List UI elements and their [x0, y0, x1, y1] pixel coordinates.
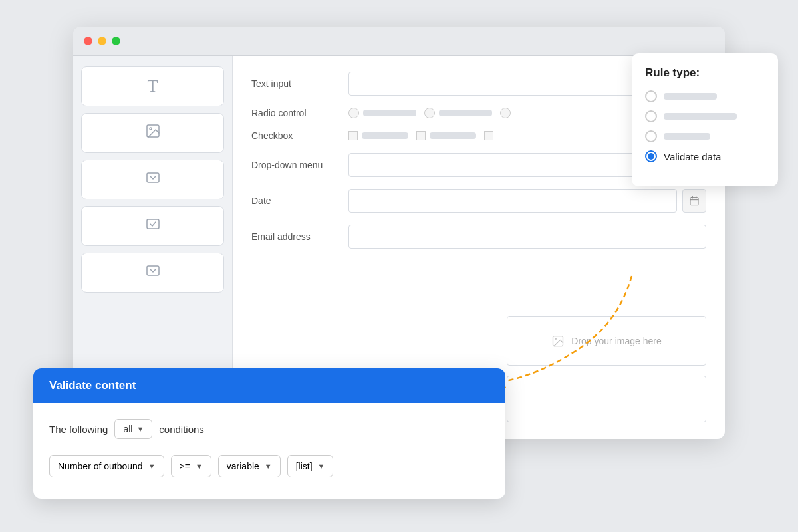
sidebar-item-dropdown2[interactable]	[81, 253, 224, 293]
rule-option-1[interactable]	[645, 90, 765, 102]
checkbox-item-2[interactable]	[416, 131, 476, 140]
rule-radio-1	[645, 90, 657, 102]
radio-item-3[interactable]	[500, 108, 511, 118]
filter-value-arrow: ▼	[318, 462, 325, 470]
validate-header: Validate content	[33, 368, 505, 403]
conditions-prefix: The following	[49, 424, 108, 435]
svg-point-10	[555, 338, 557, 340]
svg-rect-4	[147, 266, 159, 275]
label-checkbox: Checkbox	[251, 130, 338, 141]
bottom-area-box	[507, 376, 706, 422]
filter-type-arrow: ▼	[265, 462, 272, 470]
radio-circle-1	[348, 108, 359, 118]
rule-radio-validate	[645, 150, 657, 162]
rule-label-bar-3	[664, 133, 710, 140]
sidebar-item-dropdown1[interactable]	[81, 160, 224, 200]
checkmark-icon	[145, 216, 161, 236]
radio-item-1[interactable]	[348, 108, 416, 118]
rule-type-popup: Rule type: Validate data	[632, 53, 778, 186]
sidebar-item-checkbox[interactable]	[81, 206, 224, 246]
chevron-down-icon-1	[145, 170, 161, 190]
rule-option-2[interactable]	[645, 110, 765, 122]
radio-circle-2	[424, 108, 435, 118]
checkbox-box-3	[484, 131, 493, 140]
checkbox-label-bar-2	[430, 132, 476, 139]
rule-radio-3	[645, 130, 657, 142]
rule-label-validate: Validate data	[664, 151, 721, 162]
filter-field-value: Number of outbound	[58, 461, 143, 471]
checkbox-item-1[interactable]	[348, 131, 408, 140]
image-drop-zone[interactable]: Drop your image here	[507, 316, 706, 366]
conditions-row: The following all ▼ conditions	[49, 419, 489, 439]
label-date: Date	[251, 196, 338, 206]
validate-title: Validate content	[49, 379, 136, 392]
dot-red[interactable]	[84, 37, 92, 45]
label-radio-control: Radio control	[251, 108, 338, 118]
conditions-dropdown[interactable]: all ▼	[114, 419, 152, 439]
sidebar-item-text[interactable]: T	[81, 66, 224, 106]
image-drop-text: Drop your image here	[571, 336, 661, 346]
filter-field-dropdown[interactable]: Number of outbound ▼	[49, 455, 164, 477]
filter-row: Number of outbound ▼ >= ▼ variable ▼ [li…	[49, 455, 489, 477]
browser-titlebar	[73, 27, 725, 56]
radio-item-2[interactable]	[424, 108, 492, 118]
email-input-field[interactable]	[348, 225, 706, 249]
image-icon	[145, 123, 161, 143]
scene: T	[33, 27, 765, 505]
conditions-dropdown-arrow: ▼	[136, 425, 144, 433]
calendar-icon[interactable]	[682, 189, 706, 213]
svg-point-1	[150, 128, 152, 130]
rule-label-bar-1	[664, 93, 717, 100]
conditions-suffix: conditions	[159, 424, 204, 435]
radio-label-bar-2	[439, 110, 492, 116]
conditions-dropdown-value: all	[123, 424, 132, 434]
validate-body: The following all ▼ conditions Number of…	[33, 403, 505, 499]
sidebar-item-image[interactable]	[81, 113, 224, 153]
validate-panel: Validate content The following all ▼ con…	[33, 368, 505, 499]
filter-type-dropdown[interactable]: variable ▼	[218, 455, 281, 477]
filter-type-value: variable	[227, 461, 259, 471]
filter-field-arrow: ▼	[148, 462, 156, 470]
radio-label-bar-1	[363, 110, 416, 116]
rule-option-validate[interactable]: Validate data	[645, 150, 765, 162]
checkbox-item-3[interactable]	[484, 131, 493, 140]
filter-operator-arrow: ▼	[196, 462, 203, 470]
label-email: Email address	[251, 231, 338, 242]
svg-rect-2	[147, 173, 159, 182]
filter-operator-dropdown[interactable]: >= ▼	[171, 455, 211, 477]
label-dropdown-menu: Drop-down menu	[251, 160, 338, 170]
dot-green[interactable]	[112, 37, 120, 45]
text-icon: T	[148, 76, 158, 96]
rule-option-3[interactable]	[645, 130, 765, 142]
rule-radio-2	[645, 110, 657, 122]
filter-value-dropdown[interactable]: [list] ▼	[287, 455, 334, 477]
label-text-input: Text input	[251, 78, 338, 89]
filter-value-value: [list]	[296, 461, 313, 471]
chevron-down-icon-2	[145, 263, 161, 283]
rule-type-title: Rule type:	[645, 66, 765, 80]
date-field-wrapper	[348, 189, 706, 213]
checkbox-box-1	[348, 131, 358, 140]
dot-yellow[interactable]	[98, 37, 106, 45]
checkbox-label-bar-1	[362, 132, 408, 139]
radio-circle-3	[500, 108, 511, 118]
svg-rect-5	[690, 198, 698, 205]
rule-label-bar-2	[664, 113, 737, 120]
form-row-email: Email address	[251, 225, 706, 249]
checkbox-box-2	[416, 131, 426, 140]
filter-operator-value: >=	[180, 461, 190, 471]
image-drop-icon	[551, 334, 565, 348]
svg-rect-3	[147, 219, 159, 229]
date-input-field[interactable]	[348, 189, 677, 213]
form-row-date: Date	[251, 189, 706, 213]
